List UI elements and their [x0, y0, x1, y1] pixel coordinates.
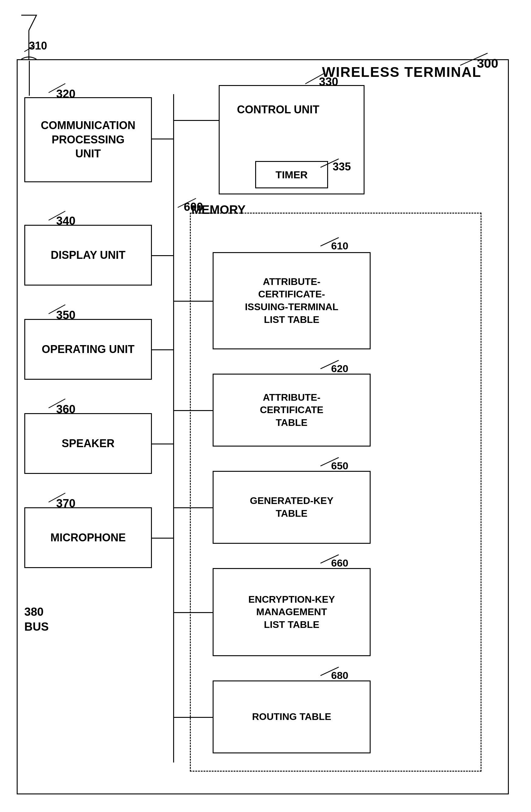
display-box: DISPLAY UNIT [24, 225, 152, 286]
bus-to-650-line [173, 507, 213, 508]
speaker-box: SPEAKER [24, 413, 152, 474]
cpu-label: COMMUNICATIONPROCESSINGUNIT [41, 118, 135, 161]
generated-key-label: GENERATED-KEYTABLE [250, 495, 333, 520]
control-label: CONTROL UNIT [237, 103, 319, 116]
routing-table-label: ROUTING TABLE [252, 711, 331, 723]
speaker-to-bus-line [152, 444, 174, 445]
bus-to-610-line [173, 301, 213, 302]
bus-to-control-line [173, 120, 219, 121]
attr-cert-box: ATTRIBUTE-CERTIFICATETABLE [213, 374, 371, 447]
wt-ref: 300 [477, 56, 498, 71]
timer-ref: 335 [333, 160, 351, 173]
generated-key-box: GENERATED-KEYTABLE [213, 471, 371, 544]
box610-ref: 610 [331, 240, 348, 252]
timer-label: TIMER [275, 169, 308, 181]
speaker-label: SPEAKER [62, 436, 115, 451]
box660-ref: 660 [331, 557, 348, 569]
bus-text: BUS [24, 620, 48, 633]
antenna-symbol [18, 12, 55, 62]
routing-table-box: ROUTING TABLE [213, 680, 371, 753]
operating-box: OPERATING UNIT [24, 319, 152, 380]
attr-cert-issuing-box: ATTRIBUTE-CERTIFICATE-ISSUING-TERMINALLI… [213, 252, 371, 349]
microphone-label: MICROPHONE [51, 531, 126, 545]
operating-label: OPERATING UNIT [42, 342, 134, 357]
diagram-container: 310 WIRELESS TERMINAL 300 320 COMMUNICAT… [0, 0, 531, 812]
wt-label: WIRELESS TERMINAL [322, 64, 482, 80]
display-to-bus-line [152, 255, 174, 256]
attr-cert-issuing-label: ATTRIBUTE-CERTIFICATE-ISSUING-TERMINALLI… [245, 276, 339, 326]
cpu-box: COMMUNICATIONPROCESSINGUNIT [24, 97, 152, 182]
bus-to-680-line [173, 717, 213, 718]
bus-line [173, 94, 174, 763]
bus-to-660-line [173, 612, 213, 613]
microphone-to-bus-line [152, 538, 174, 539]
box680-ref: 680 [331, 669, 348, 681]
bus-label: 380 BUS [24, 605, 48, 635]
box650-ref: 650 [331, 460, 348, 472]
bus-ref: 380 [24, 606, 43, 618]
bus-to-620-line [173, 410, 213, 411]
attr-cert-label: ATTRIBUTE-CERTIFICATETABLE [260, 391, 323, 429]
svg-line-1 [24, 46, 35, 52]
timer-box: TIMER [255, 161, 328, 188]
encryption-key-box: ENCRYPTION-KEYMANAGEMENTLIST TABLE [213, 568, 371, 656]
antenna-down-line [29, 61, 30, 96]
microphone-box: MICROPHONE [24, 507, 152, 568]
operating-to-bus-line [152, 349, 174, 350]
cpu-to-bus-line [152, 139, 174, 140]
encryption-key-label: ENCRYPTION-KEYMANAGEMENTLIST TABLE [248, 593, 335, 631]
antenna-arrow [23, 44, 38, 53]
box620-ref: 620 [331, 363, 348, 375]
display-label: DISPLAY UNIT [51, 248, 126, 262]
